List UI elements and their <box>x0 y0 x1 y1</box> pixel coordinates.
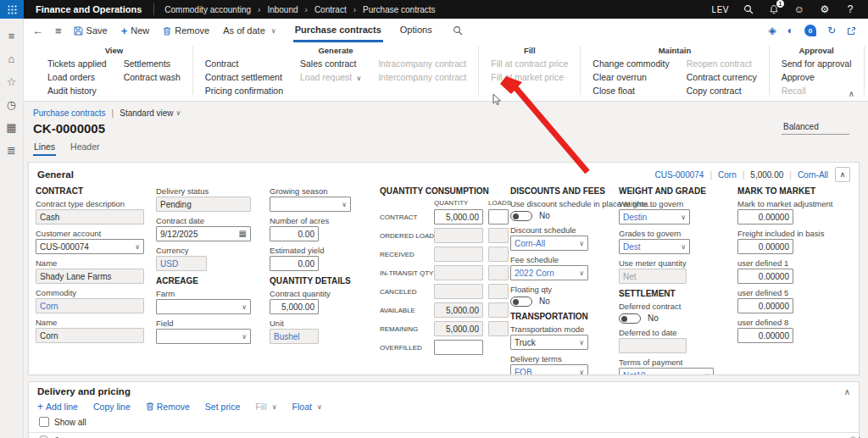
number-of-acres-input[interactable]: 0.00 <box>270 226 319 241</box>
grades-to-govern-select[interactable]: Dest∨ <box>619 239 690 254</box>
contrast-icon[interactable]: ◐ <box>787 25 793 36</box>
remove-button[interactable]: Remove <box>163 19 209 42</box>
settlements-button[interactable]: Settlements <box>124 58 181 69</box>
discount-schedule-select[interactable]: Corn-All∨ <box>510 236 588 251</box>
list-page-link[interactable]: Purchase contracts <box>33 108 106 118</box>
terms-of-payment-select[interactable]: Net10∨ <box>619 368 714 375</box>
calendar-icon: ▦ <box>239 230 247 238</box>
collapse-general-section-icon[interactable]: ∧ <box>835 167 850 182</box>
remove-button[interactable]: Remove <box>146 402 190 412</box>
collapse-delivery-section-icon[interactable]: ∧ <box>844 387 850 396</box>
audit-history-button[interactable]: Audit history <box>47 86 107 96</box>
header-link-corn[interactable]: Corn <box>718 170 737 180</box>
breadcrumb-purchase-contracts[interactable]: Purchase contracts <box>363 5 436 14</box>
delivery-section-title[interactable]: Delivery and pricing <box>37 386 131 396</box>
copy-contract-button[interactable]: Copy contract <box>687 86 757 96</box>
open-new-window-icon[interactable] <box>847 26 856 36</box>
expand-nav-icon[interactable]: ≡ <box>5 29 19 42</box>
use-discount-schedule-in-place-at-time-toggle[interactable]: No <box>510 210 588 221</box>
user-defined-5-label: user defined 5 <box>737 288 812 297</box>
modules-icon[interactable]: ≣ <box>5 143 19 157</box>
user-defined-1-input[interactable]: 0.00000 <box>737 269 793 284</box>
save-button[interactable]: Save <box>74 19 108 42</box>
farm-select[interactable]: ∨ <box>156 299 251 314</box>
show-all-checkbox[interactable] <box>39 417 49 427</box>
user-defined-5-input[interactable]: 0.00000 <box>737 298 793 313</box>
clear-overrun-button[interactable]: Clear overrun <box>593 72 669 82</box>
deferred-contract-label: Deferred contract <box>619 302 714 311</box>
menu-tab-purchase-contracts[interactable]: Purchase contracts <box>293 19 383 42</box>
load-orders-button[interactable]: Load orders <box>47 72 107 82</box>
pricing-confirmation-button[interactable]: Pricing confirmation <box>205 86 283 96</box>
add-line-label: Add line <box>46 402 78 412</box>
header-link-cus-000074[interactable]: CUS-000074 <box>655 170 704 180</box>
customer-account-select[interactable]: CUS-000074∨ <box>36 239 144 254</box>
menu-tab-options[interactable]: Options <box>398 19 434 42</box>
chevron-down-icon: ∨ <box>242 333 247 341</box>
settings-gear-icon[interactable]: ⚙ <box>819 3 831 15</box>
delivery-terms-select[interactable]: FOB∨ <box>510 364 588 375</box>
copy-line-button[interactable]: Copy line <box>93 402 131 412</box>
refresh-icon[interactable]: ↻ <box>827 25 836 36</box>
contract-quantity-input[interactable]: 5,000.00 <box>270 299 319 314</box>
back-arrow-icon[interactable]: ← <box>32 19 43 42</box>
optimize-icon[interactable]: ◈ <box>768 25 776 36</box>
help-icon[interactable]: ? <box>844 3 856 15</box>
weights-to-govern-select[interactable]: Destin∨ <box>619 209 690 225</box>
nav-toggle-icon[interactable]: ≡ <box>55 19 62 42</box>
contract-loads[interactable] <box>488 209 509 225</box>
contract-currency-button[interactable]: Contract currency <box>687 72 757 82</box>
overfilled-quantity[interactable] <box>434 340 483 355</box>
tickets-applied-button[interactable]: Tickets applied <box>47 58 107 69</box>
remaining-quantity: 5,000.00 <box>434 321 483 336</box>
estimated-yield-input[interactable]: 0.00 <box>270 256 319 271</box>
tab-lines[interactable]: Lines <box>33 141 56 156</box>
user-initials[interactable]: LEV <box>712 5 729 14</box>
favorites-star-icon[interactable]: ☆ <box>5 75 19 88</box>
as-of-date-button[interactable]: As of date ∨ <box>223 19 275 42</box>
feedback-smiley-icon[interactable]: ☺ <box>793 3 805 15</box>
workspaces-icon[interactable]: ▦ <box>5 120 19 134</box>
search-icon[interactable] <box>743 3 754 15</box>
contract-date-date-input[interactable]: 9/12/2025▦ <box>156 226 251 241</box>
sales-contract-button[interactable]: Sales contract <box>300 58 361 69</box>
tab-header[interactable]: Header <box>70 141 100 156</box>
contract-button[interactable]: Contract <box>205 58 283 69</box>
fee-schedule-select[interactable]: 2022 Corn∨ <box>510 265 588 280</box>
home-icon[interactable]: ⌂ <box>5 52 19 65</box>
command-search-icon[interactable] <box>453 19 463 42</box>
add-line-button[interactable]: +Add line <box>37 402 78 412</box>
contract-quantity[interactable]: 5,000.00 <box>434 209 483 225</box>
contract-settlement-button[interactable]: Contract settlement <box>205 72 283 82</box>
contract-wash-button[interactable]: Contract wash <box>124 72 181 82</box>
close-float-button[interactable]: Close float <box>593 86 669 96</box>
user-defined-8-input[interactable]: 0.00000 <box>737 328 793 343</box>
loads-column-header: LOADS <box>488 199 509 207</box>
new-button[interactable]: + New <box>121 19 150 42</box>
recent-clock-icon[interactable]: ◷ <box>5 97 19 111</box>
header-link-corn-all[interactable]: Corn-All <box>798 170 828 180</box>
floating-qty-toggle[interactable]: No <box>510 296 588 307</box>
copilot-chat-icon[interactable]: 0 <box>804 25 816 36</box>
app-launcher-button[interactable] <box>0 0 24 19</box>
mark-to-market-adjustment-input[interactable]: 0.00000 <box>737 209 793 225</box>
set-price-button[interactable]: Set price <box>205 402 240 412</box>
field-select[interactable]: ∨ <box>156 329 251 344</box>
breadcrumb-commodity-accounting[interactable]: Commodity accounting <box>164 5 251 14</box>
float-button[interactable]: Float∨ <box>292 402 322 412</box>
bell-icon[interactable]: 1 <box>768 3 780 15</box>
transportation-mode-select[interactable]: Truck∨ <box>510 335 588 350</box>
collapse-action-pane-icon[interactable]: ∧ <box>849 89 854 98</box>
send-for-approval-button[interactable]: Send for approval <box>782 58 852 69</box>
breadcrumb-inbound[interactable]: Inbound <box>267 5 298 14</box>
view-selector[interactable]: Standard view <box>120 108 173 118</box>
command-menu-tabs: Purchase contractsOptions <box>293 19 449 42</box>
change-commodity-button[interactable]: Change commodity <box>593 58 669 69</box>
approve-button[interactable]: Approve <box>782 72 852 82</box>
freight-included-in-basis-input[interactable]: 0.00000 <box>737 239 793 254</box>
app-title[interactable]: Finance and Operations <box>24 4 153 14</box>
deferred-contract-toggle[interactable]: No <box>619 313 714 324</box>
breadcrumb-contract[interactable]: Contract <box>314 5 347 14</box>
growing-season-select[interactable]: ∨ <box>270 197 351 212</box>
general-section-title[interactable]: General <box>37 169 74 180</box>
